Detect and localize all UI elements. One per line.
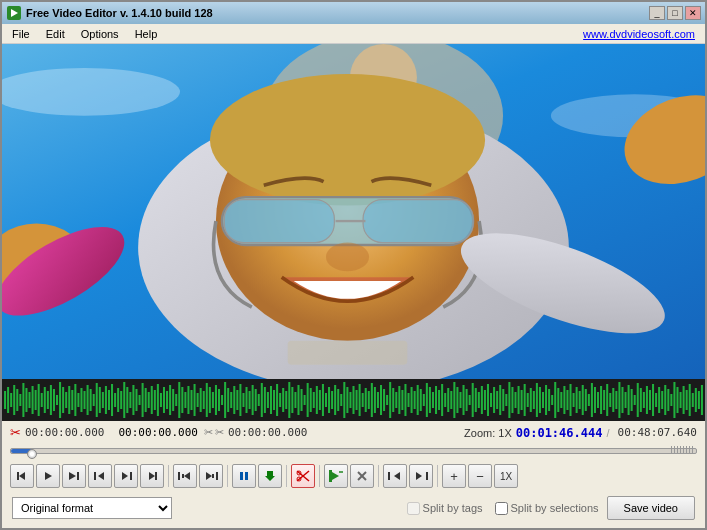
svg-rect-223 [621,387,623,413]
svg-rect-160 [429,387,431,413]
menu-help[interactable]: Help [127,26,166,42]
maximize-button[interactable]: □ [667,6,683,20]
svg-rect-199 [548,389,550,411]
play-to-end-button[interactable] [62,464,86,488]
speed-button[interactable]: 1X [494,464,518,488]
svg-rect-81 [187,386,189,414]
svg-rect-225 [628,385,630,415]
svg-rect-206 [569,384,571,416]
menu-edit[interactable]: Edit [38,26,73,42]
split-by-selections-label[interactable]: Split by selections [495,502,599,515]
split-by-tags-label[interactable]: Split by tags [407,502,483,515]
svg-rect-254 [77,472,79,480]
svg-rect-274 [329,470,332,482]
svg-rect-68 [148,392,150,408]
svg-rect-211 [585,389,587,411]
pause-button[interactable] [232,464,256,488]
svg-rect-149 [395,392,397,408]
cut-button[interactable] [291,464,315,488]
video-preview [2,44,705,379]
split-by-selections-checkbox[interactable] [495,502,508,515]
prev-frame-icon [94,471,106,481]
svg-rect-23 [10,393,12,407]
svg-rect-268 [245,472,248,480]
window-title: Free Video Editor v. 1.4.10 build 128 [26,7,649,19]
svg-rect-218 [606,384,608,416]
svg-rect-123 [316,386,318,414]
svg-rect-213 [591,383,593,417]
mark-start-button[interactable] [324,464,348,488]
format-select[interactable]: Original format MP4 AVI MOV MKV MP3 [12,497,172,519]
svg-rect-37 [53,389,55,411]
website-link[interactable]: www.dvdvideosoft.com [583,28,703,40]
svg-rect-150 [398,386,400,414]
prev-segment-button[interactable] [383,464,407,488]
svg-rect-234 [655,393,657,407]
svg-rect-93 [224,382,226,418]
svg-rect-58 [117,388,119,412]
play-button[interactable] [36,464,60,488]
svg-rect-34 [44,387,46,413]
download-icon [264,470,276,482]
svg-rect-77 [175,394,177,406]
timeline-thumb[interactable] [27,449,37,459]
svg-rect-27 [22,383,24,417]
svg-rect-135 [352,386,354,414]
svg-rect-104 [258,394,260,406]
video-scene [2,44,705,379]
svg-rect-263 [182,474,184,478]
next-segment-button[interactable] [409,464,433,488]
svg-rect-233 [652,384,654,416]
menu-options[interactable]: Options [73,26,127,42]
svg-rect-73 [163,387,165,413]
sel-end-button[interactable] [199,464,223,488]
sel-start-button[interactable] [173,464,197,488]
svg-rect-258 [130,472,132,480]
volume-down-button[interactable]: − [468,464,492,488]
svg-rect-103 [255,389,257,411]
timeline-slider-row[interactable] [10,444,697,458]
play-icon [43,471,53,481]
svg-rect-45 [77,393,79,407]
prev-frame-button[interactable] [88,464,112,488]
svg-rect-97 [236,390,238,410]
go-end-icon [147,471,157,481]
delete-button[interactable] [350,464,374,488]
save-clip-button[interactable] [258,464,282,488]
svg-rect-87 [206,383,208,417]
svg-rect-120 [307,383,309,417]
volume-up-button[interactable]: + [442,464,466,488]
svg-rect-228 [637,383,639,417]
timeline-track[interactable] [10,448,697,454]
svg-rect-84 [197,393,199,407]
svg-rect-28 [25,388,27,412]
next-frame-button[interactable] [114,464,138,488]
svg-rect-44 [74,384,76,416]
svg-rect-198 [545,385,547,415]
split-by-tags-checkbox[interactable] [407,502,420,515]
minimize-button[interactable]: _ [649,6,665,20]
go-to-start-button[interactable] [10,464,34,488]
svg-rect-14 [363,200,473,243]
current-time-display: 00:01:46.444 [516,426,603,440]
svg-rect-127 [328,387,330,413]
svg-rect-203 [560,392,562,408]
close-button[interactable]: ✕ [685,6,701,20]
minus-icon: − [476,470,484,483]
split-by-selections-text: Split by selections [511,502,599,514]
go-to-end-button[interactable] [140,464,164,488]
menu-file[interactable]: File [4,26,38,42]
svg-rect-131 [340,394,342,406]
svg-rect-60 [123,382,125,418]
svg-rect-42 [68,386,70,414]
time-row: ✂ 00:00:00.000 00:00:00.000 ✂ ✂ 00:00:00… [10,425,697,440]
svg-rect-95 [230,392,232,408]
svg-marker-256 [98,472,104,480]
svg-rect-35 [47,391,49,409]
svg-rect-279 [388,472,390,480]
separator-3 [286,465,287,487]
save-video-button[interactable]: Save video [607,496,695,520]
svg-point-11 [210,74,485,206]
svg-point-16 [326,243,369,272]
svg-rect-163 [438,390,440,410]
